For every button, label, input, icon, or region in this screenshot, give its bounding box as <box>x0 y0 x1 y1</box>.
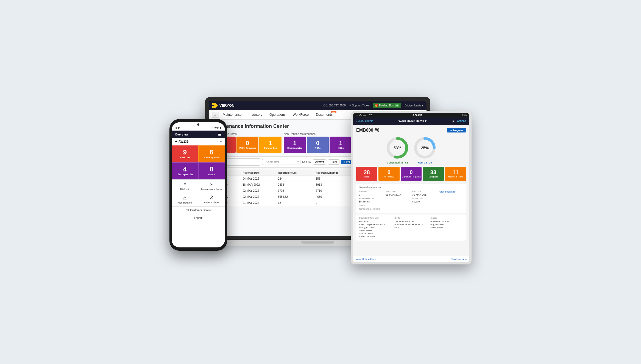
stat-complete[interactable]: 33 Complete <box>423 167 444 181</box>
phone-menu-non-routine[interactable]: ⚠ Non-Routine <box>172 193 198 207</box>
tablet-actions-button[interactable]: Actions <box>457 120 466 123</box>
clear-button[interactable]: Clear <box>328 159 339 165</box>
nav-inventory[interactable]: Inventory <box>246 112 266 118</box>
hours-chart: 25% Hours 5 / 20 <box>413 136 437 164</box>
phone-status-icons: ▪▪▪ WiFi ▮ <box>211 127 221 129</box>
phone-tile-past-due-num: 9 <box>183 149 187 156</box>
phone-tile-disc-num: 4 <box>183 166 187 173</box>
stat-assigned-label: Assigned To Me <box>448 176 463 178</box>
completed-donut-svg: 53% <box>385 136 410 160</box>
sort-by-value[interactable]: Aircraft <box>313 159 327 165</box>
operator-city: Sunny, FL 33913 <box>359 226 392 229</box>
phone-tile-mel[interactable]: 0 MELs <box>198 162 225 179</box>
tablet-back-button[interactable]: ‹ Work Orders <box>356 120 374 123</box>
holding-box-button[interactable]: 🎁 Holding Box 0 <box>373 103 401 108</box>
info-col-attach: Attachments (0) <box>439 190 463 196</box>
wo-status-badge: In Progress <box>447 128 466 132</box>
search-input[interactable] <box>225 160 253 163</box>
nav-home-button[interactable]: ⌂ <box>212 112 219 118</box>
new-line-item-link[interactable]: New Line Item <box>451 258 467 261</box>
start-label: Start Date <box>386 190 410 193</box>
nav-maintenance[interactable]: Maintenance <box>219 112 245 118</box>
cell-reported-date: 04-MAY-2022 <box>240 176 275 182</box>
phone-tile-disc[interactable]: 4 Discrepancies <box>172 162 198 179</box>
stat-review-num: 0 <box>388 170 391 175</box>
tablet-screen: ••• Verizon LTE 3:00 PM 70% ‹ Work Order… <box>353 113 469 262</box>
start-value: 01-MAR-2017 <box>386 193 410 196</box>
hours-label: Hours 5 / 20 <box>418 161 432 164</box>
nav-documents[interactable]: Documents <box>313 112 336 118</box>
stat-open-label: Open <box>364 176 370 178</box>
est-cost-label: Estimated Cost <box>359 197 410 200</box>
stat-signature-label: Signature Required <box>402 176 421 178</box>
tablet-nav-title-text: Work Order Detail ▾ <box>398 119 427 123</box>
bill-to-name: 123 PARTS PLACE <box>394 220 428 223</box>
mic-tile-mel[interactable]: 1 MELs <box>330 137 352 153</box>
phone-tile-mel-label: MELs <box>208 173 215 176</box>
cell-reported-hours: 12 <box>276 200 314 206</box>
svg-text:53%: 53% <box>394 146 402 150</box>
mic-tile-coming[interactable]: 1 Coming Due <box>259 137 282 153</box>
aircraft-icon: ✈ <box>175 140 177 143</box>
tablet-outer: ••• Verizon LTE 3:00 PM 70% ‹ Work Order… <box>351 111 472 264</box>
mic-tile-nef[interactable]: 0 NEFs <box>307 137 329 153</box>
notes-row: Notes <box>359 204 463 207</box>
phone-tile-disc-label: Discrepancies <box>177 173 193 176</box>
mic-tile-disc[interactable]: 1 Discrepancies <box>284 137 306 153</box>
nav-operations[interactable]: Operations <box>266 112 289 118</box>
phone-tiles-grid: 9 Past Due 6 Coming Due 4 Discrepancies … <box>172 145 225 179</box>
phone-menu-due-list[interactable]: ≡ Due List <box>172 180 198 193</box>
svg-text:25%: 25% <box>421 146 429 150</box>
cell-reported-date: 01-MAY-2022 <box>240 200 275 206</box>
nav-workforce[interactable]: WorkForce <box>289 112 312 118</box>
mic-tile-within-num: 0 <box>246 140 249 146</box>
phone-tile-past-due[interactable]: 9 Past Due <box>172 145 198 162</box>
col-reported-date: Reported Date <box>240 170 275 176</box>
mic-tile-within[interactable]: 0 Within Tolerance <box>236 137 259 153</box>
cell-reported-date: 02-MAY-2022 <box>240 194 275 200</box>
operator-col: Operator Information FD DEMO 12600 Corpo… <box>359 217 392 238</box>
actual-cost-value: $1,200 <box>412 200 463 203</box>
tablet-statusbar: ••• Verizon LTE 3:00 PM 70% <box>353 113 469 117</box>
terms-row: Terms and Conditions <box>359 208 463 210</box>
phone-customer-service-link[interactable]: Call Customer Service <box>172 207 225 214</box>
stat-assigned[interactable]: 11 Assigned To Me <box>445 167 466 181</box>
info-col-est-cost: Estimated Cost $5,254.50 <box>359 197 410 203</box>
filter-select[interactable]: Select filter... <box>262 159 300 165</box>
tablet-nav-title: Work Order Detail ▾ <box>398 119 427 123</box>
vendor-name: 789 East Control St. <box>430 220 463 223</box>
stat-signature[interactable]: 0 Signature Required <box>401 167 422 181</box>
aircraft-times-icon: ⏱ <box>210 195 214 200</box>
phone-menu-maintenance-items[interactable]: ✂ Maintenance Items <box>198 180 225 193</box>
sort-by-label: Sort By <box>302 160 311 163</box>
stat-open[interactable]: 28 Open <box>356 167 377 181</box>
mic-nonroutine-label: Non-Routine Maintenance <box>284 132 352 136</box>
phone-logout-link[interactable]: Logout <box>172 214 225 222</box>
terms-label: Terms and Conditions <box>359 208 463 210</box>
end-value: 31-MAR-2017 <box>412 193 437 196</box>
vendor-label: Vendor <box>430 217 463 219</box>
operator-content: FD DEMO 12600 Corporate Lakes Dr. Sunny,… <box>359 220 392 238</box>
phone-camera <box>197 123 199 126</box>
stat-review[interactable]: 0 In Review <box>378 167 400 181</box>
phone-menu-icon[interactable]: ☰ <box>218 132 222 137</box>
phone-menu-aircraft-times[interactable]: ⏱ Aircraft Times <box>198 193 225 207</box>
info-row-2: Estimated Cost $5,254.50 Actual Cost $1,… <box>359 197 463 203</box>
tablet-battery: 70% <box>462 114 467 116</box>
cell-reported-hours: 5556.52 <box>276 194 314 200</box>
phone-tile-coming-due[interactable]: 6 Coming Due <box>198 145 225 162</box>
number-value: 0 <box>359 193 383 196</box>
phone-tile-mel-num: 0 <box>210 166 213 173</box>
phone-tile-coming-due-num: 6 <box>210 149 213 156</box>
mic-tile-disc-num: 1 <box>293 140 296 146</box>
view-all-link[interactable]: View All Line Items <box>356 258 376 261</box>
cell-reported-date: 18-MAR-2022 <box>240 182 275 188</box>
mic-tile-coming-num: 1 <box>269 140 272 146</box>
attachments-link[interactable]: Attachments (0) <box>439 190 456 193</box>
hours-donut-svg: 25% <box>413 136 437 160</box>
phone-aircraft-selector[interactable]: ✈ AW139 ▾ <box>172 138 225 145</box>
wo-header: EMB600 #0 In Progress <box>356 128 466 133</box>
laptop-topbar: VERYON ✆ 1-800-747-4560 ✉ Support Ticket… <box>209 101 427 110</box>
stat-assigned-num: 11 <box>452 170 458 175</box>
user-menu[interactable]: Bridget Lewis ▾ <box>405 104 423 107</box>
